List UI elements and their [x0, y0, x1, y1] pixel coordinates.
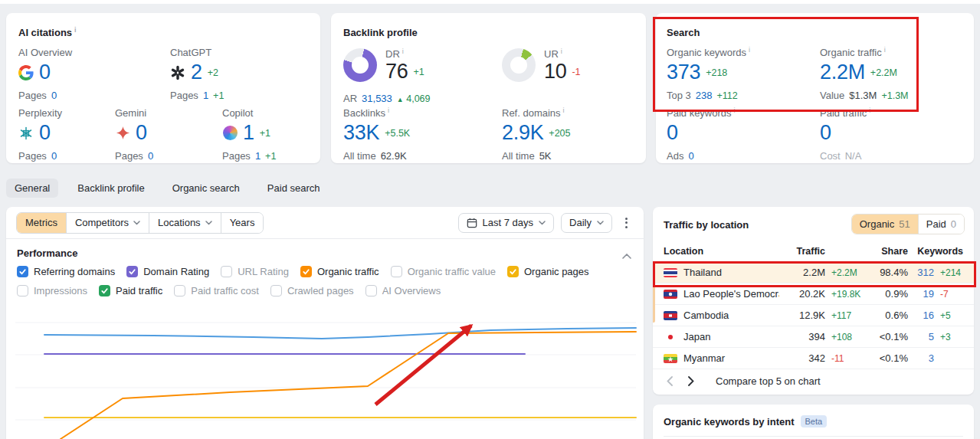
chatgpt-value[interactable]: 2 — [191, 62, 202, 84]
metric-checkbox-list: Referring domains Domain Rating URL Rati… — [17, 266, 634, 296]
organic-toggle-segment[interactable]: Organic51 — [852, 215, 918, 234]
metric-checkbox-url-rating[interactable]: URL Rating — [221, 266, 289, 277]
info-icon[interactable]: i — [388, 106, 389, 114]
ads-value[interactable]: 0 — [688, 150, 693, 162]
copilot-pages[interactable]: 1 — [255, 150, 261, 162]
organic-keywords-value[interactable]: 373 — [667, 62, 700, 84]
metric-checkbox-organic-traffic[interactable]: Organic traffic — [300, 266, 379, 277]
tab-backlink-profile[interactable]: Backlink profile — [69, 179, 152, 198]
previous-page-chevron-icon[interactable] — [667, 376, 673, 386]
date-range-button[interactable]: Last 7 days — [458, 213, 555, 233]
dr-label: DRi — [385, 48, 424, 60]
table-row-myanmar[interactable]: Myanmar 342 -11 <0.1% 3 — [653, 348, 974, 369]
share-value: 0.9% — [865, 288, 908, 300]
pages-label: Pages — [170, 90, 198, 101]
locations-segment[interactable]: Locations — [149, 213, 221, 233]
ar-value[interactable]: 31,533 — [362, 93, 392, 104]
perplexity-value[interactable]: 0 — [39, 123, 51, 144]
keywords-value[interactable]: 5 — [908, 331, 934, 342]
granularity-button[interactable]: Daily — [561, 213, 612, 233]
keywords-value[interactable]: 16 — [908, 310, 934, 321]
metric-checkbox-impressions[interactable]: Impressions — [17, 285, 87, 296]
pages-label: Pages — [222, 150, 251, 162]
pages-label: Pages — [18, 90, 47, 101]
traffic-delta: +19.8K — [825, 289, 865, 300]
metric-checkbox-referring-domains[interactable]: Referring domains — [17, 266, 115, 277]
chatgpt-pages[interactable]: 1 — [203, 90, 208, 101]
next-page-chevron-icon[interactable] — [688, 376, 694, 386]
performance-title: Performance — [17, 247, 77, 259]
metric-checkbox-crawled-pages[interactable]: Crawled pages — [270, 285, 354, 296]
table-row-laos[interactable]: Lao People's Democratic Reput 20.2K +19.… — [653, 283, 974, 305]
gemini-icon — [115, 126, 130, 141]
organic-traffic-label: Organic traffici — [820, 47, 909, 58]
tab-organic-search[interactable]: Organic search — [164, 179, 248, 198]
organic-traffic-delta: +2.2M — [870, 67, 897, 78]
ref-domains-value[interactable]: 2.9K — [502, 123, 543, 144]
keywords-value[interactable]: 312 — [908, 267, 934, 278]
collapse-chevron-up-icon[interactable] — [622, 250, 631, 261]
table-row-thailand[interactable]: Thailand 2.2M +2.2M 98.4% 312 +214 — [653, 262, 974, 283]
organic-traffic-value[interactable]: 2.2M — [820, 62, 865, 84]
location-table: Location Traffic Share Keywords Thailand… — [653, 241, 974, 369]
chevron-down-icon — [205, 221, 212, 225]
keywords-by-intent-card: Organic keywords by intent Beta — [653, 405, 974, 439]
checkbox-icon — [221, 266, 232, 277]
compare-top5-link[interactable]: Compare top 5 on chart — [716, 375, 821, 387]
date-tools: Last 7 days Daily — [458, 213, 634, 233]
ur-value: 10 — [544, 61, 566, 83]
organic-traffic-stat: Organic traffici 2.2M +2.2M Value$1.3M+1… — [820, 47, 909, 101]
keywords-value[interactable]: 3 — [908, 352, 934, 364]
paid-toggle-segment[interactable]: Paid0 — [918, 215, 964, 234]
info-icon[interactable]: i — [869, 106, 870, 114]
info-icon[interactable]: i — [74, 26, 77, 34]
paid-keywords-value[interactable]: 0 — [667, 123, 678, 144]
keywords-value[interactable]: 19 — [908, 288, 934, 300]
years-segment[interactable]: Years — [221, 213, 264, 233]
tab-general[interactable]: General — [6, 179, 58, 198]
metric-checkbox-domain-rating[interactable]: Domain Rating — [126, 266, 209, 277]
col-keywords: Keywords — [908, 246, 963, 257]
competitors-segment[interactable]: Competitors — [66, 213, 149, 233]
divider — [664, 436, 963, 437]
info-icon[interactable]: i — [563, 106, 565, 114]
backlinks-value[interactable]: 33K — [343, 123, 379, 144]
organic-keywords-label: Organic keywordsi — [667, 47, 750, 58]
dr-delta: +1 — [413, 67, 424, 77]
checkbox-icon — [174, 285, 185, 296]
gemini-pages[interactable]: 0 — [148, 150, 153, 162]
tab-paid-search[interactable]: Paid search — [259, 179, 329, 198]
search-title: Search — [667, 27, 700, 38]
info-icon[interactable]: i — [561, 48, 562, 55]
info-icon[interactable]: i — [402, 48, 404, 55]
more-options-kebab-icon[interactable] — [619, 213, 634, 233]
info-icon[interactable]: i — [749, 46, 750, 54]
traffic-value: 20.2K — [779, 288, 825, 300]
keywords-delta: -7 — [934, 289, 963, 300]
metric-checkbox-organic-pages[interactable]: Organic pages — [507, 266, 589, 277]
metric-checkbox-paid-traffic-cost[interactable]: Paid traffic cost — [174, 285, 259, 296]
metrics-segment[interactable]: Metrics — [17, 213, 66, 233]
traffic-value: 2.2M — [779, 267, 825, 278]
checkbox-icon — [99, 285, 110, 296]
metric-checkbox-organic-traffic-value[interactable]: Organic traffic value — [391, 266, 496, 277]
perplexity-pages[interactable]: 0 — [51, 150, 57, 162]
share-value: 98.4% — [865, 267, 908, 278]
info-icon[interactable]: i — [884, 46, 886, 54]
google-icon — [18, 65, 34, 80]
ai-overview-pages[interactable]: 0 — [51, 90, 57, 101]
table-row-cambodia[interactable]: Cambodia 12.9K +117 0.6% 16 +5 — [653, 305, 974, 326]
ref-domains-alltime: 5K — [539, 150, 552, 162]
metric-checkbox-paid-traffic[interactable]: Paid traffic — [99, 285, 162, 296]
copilot-value[interactable]: 1 — [243, 123, 254, 144]
info-icon[interactable]: i — [734, 106, 736, 114]
top3-value[interactable]: 238 — [696, 90, 713, 101]
ai-overview-value[interactable]: 0 — [39, 62, 51, 84]
location-table-header: Location Traffic Share Keywords — [653, 241, 974, 262]
gemini-value[interactable]: 0 — [136, 123, 147, 144]
keywords-delta: +214 — [934, 267, 963, 278]
metric-checkbox-ai-overviews[interactable]: AI Overviews — [365, 285, 441, 296]
paid-traffic-stat: Paid traffici 0 CostN/A — [820, 107, 870, 162]
table-row-japan[interactable]: Japan 394 +108 <0.1% 5 +3 — [653, 326, 974, 348]
paid-traffic-value[interactable]: 0 — [820, 123, 831, 144]
